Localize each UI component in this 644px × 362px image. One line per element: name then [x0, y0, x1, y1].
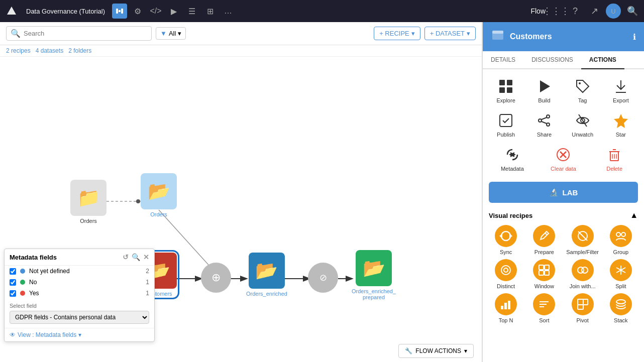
build-label: Build [538, 97, 550, 103]
metadata-refresh-icon[interactable]: ↺ [123, 253, 129, 261]
info-icon[interactable]: ℹ [633, 32, 636, 42]
clear-data-icon [554, 146, 572, 164]
metadata-title: Metadata fields [10, 254, 57, 261]
svg-marker-41 [499, 233, 502, 238]
node-orders-blue[interactable]: 📂 Orders [141, 173, 177, 217]
tab-actions[interactable]: ACTIONS [581, 51, 624, 69]
metadata-panel: Metadata fields ↺ 🔍 ✕ Not yet defined 2 … [4, 249, 155, 342]
not-defined-checkbox[interactable] [10, 268, 16, 275]
add-dataset-button[interactable]: + DATASET ▾ [424, 27, 476, 40]
recipe-sample-filter[interactable]: Sample/Filter [566, 225, 600, 255]
svg-rect-18 [507, 87, 512, 93]
action-star[interactable]: Star [604, 109, 638, 140]
filter-button[interactable]: ▼ All ▾ [156, 27, 186, 40]
add-recipe-button[interactable]: + RECIPE ▾ [374, 27, 420, 40]
nav-search-icon[interactable]: 🔍 [625, 4, 640, 19]
filter-circle-icon: ⊘ [319, 272, 327, 283]
recipe-window[interactable]: Window [527, 259, 561, 289]
svg-marker-0 [7, 7, 16, 15]
dataset-header-icon [491, 28, 505, 45]
nav-analytics-icon[interactable]: ↗ [587, 4, 602, 19]
node-filter[interactable]: ⊘ [308, 263, 338, 293]
svg-point-20 [579, 82, 581, 84]
pivot-label: Pivot [576, 317, 588, 323]
field-select[interactable]: GDPR fields - Contains personal data [10, 311, 149, 324]
nav-flow-icon[interactable] [112, 4, 127, 19]
folders-link[interactable]: 2 folders [68, 47, 91, 54]
nav-run-icon[interactable]: ▶ [166, 4, 181, 19]
node-join[interactable]: ⊕ [201, 263, 231, 293]
recipes-link[interactable]: 2 recipes [6, 47, 31, 54]
metadata-search-icon[interactable]: 🔍 [132, 253, 140, 261]
recipe-pivot[interactable]: Pivot [566, 293, 600, 323]
not-defined-dot [20, 269, 25, 274]
nav-help-icon[interactable]: ? [568, 4, 583, 19]
flow-actions-label: FLOW ACTIONS [415, 347, 461, 354]
yes-checkbox[interactable] [10, 290, 16, 297]
nav-user-avatar[interactable]: U [606, 4, 621, 19]
stats-bar: 2 recipes 4 datasets 2 folders [0, 45, 482, 57]
view-bar[interactable]: 👁 View : Metadata fields ▾ [5, 328, 154, 341]
tab-details[interactable]: DETAILS [483, 51, 523, 69]
action-metadata[interactable]: Metadata [489, 144, 536, 174]
prepare-icon [533, 225, 555, 247]
collapse-icon[interactable]: ▲ [630, 211, 638, 220]
action-export[interactable]: Export [604, 75, 638, 105]
action-share[interactable]: Share [527, 109, 561, 140]
nav-jobs-icon[interactable]: ☰ [184, 4, 199, 19]
metadata-action-label: Metadata [501, 166, 524, 172]
node-orders-enriched-prepared[interactable]: 📂 Orders_enriched_prepared [352, 250, 396, 300]
svg-rect-17 [499, 87, 505, 93]
publish-icon [497, 111, 515, 130]
lab-button[interactable]: 🔬 LAB [489, 182, 638, 203]
visual-recipes-title: Visual recipes [489, 212, 532, 219]
recipe-stack[interactable]: Stack [604, 293, 638, 323]
window-icon [533, 259, 555, 281]
recipe-topn[interactable]: Top N [489, 293, 523, 323]
node-orders-enriched[interactable]: 📂 Orders_enriched [246, 253, 287, 297]
recipe-prepare[interactable]: Prepare [527, 225, 561, 255]
recipe-join[interactable]: Join with... [566, 259, 600, 289]
nav-grid-icon[interactable]: ⋮⋮⋮ [549, 4, 564, 19]
no-count: 1 [146, 279, 149, 286]
node-orders-blue-label: Orders [150, 211, 167, 217]
star-icon [612, 111, 630, 130]
search-input[interactable] [24, 30, 147, 37]
metadata-close-icon[interactable]: ✕ [143, 253, 149, 261]
action-tag[interactable]: Tag [566, 75, 600, 105]
action-publish[interactable]: Publish [489, 109, 523, 140]
svg-line-42 [545, 233, 547, 235]
no-checkbox[interactable] [10, 279, 16, 286]
nav-code-icon[interactable]: </> [148, 4, 163, 19]
view-dropdown-icon: ▾ [78, 331, 81, 338]
yes-dot [20, 291, 25, 296]
action-delete[interactable]: Delete [591, 144, 638, 174]
recipe-sync[interactable]: Sync [489, 225, 523, 255]
svg-rect-22 [500, 114, 512, 127]
recipe-distinct[interactable]: Distinct [489, 259, 523, 289]
build-icon [535, 77, 553, 95]
action-clear-data[interactable]: Clear data [540, 144, 587, 174]
explore-label: Explore [496, 97, 515, 103]
right-panel-title: Customers [510, 32, 633, 41]
flow-actions-button[interactable]: 🔧 FLOW ACTIONS ▾ [398, 344, 474, 358]
window-label: Window [534, 283, 554, 289]
tab-discussions[interactable]: DISCUSSIONS [523, 51, 581, 69]
folder-enriched-icon: 📂 [255, 260, 278, 281]
recipe-group[interactable]: Group [604, 225, 638, 255]
action-build[interactable]: Build [527, 75, 561, 105]
nav-more-icon[interactable]: … [221, 4, 236, 19]
action-unwatch[interactable]: Unwatch [566, 109, 600, 140]
nav-dashboard-icon[interactable]: ⊞ [202, 4, 218, 19]
action-explore[interactable]: Explore [489, 75, 523, 105]
recipe-sort[interactable]: Sort [527, 293, 561, 323]
datasets-link[interactable]: 4 datasets [36, 47, 63, 54]
nav-settings-icon[interactable]: ⚙ [130, 4, 145, 19]
filter-dropdown-icon: ▾ [178, 30, 181, 37]
node-orders-gray[interactable]: 📁 Orders [70, 180, 106, 224]
svg-point-54 [582, 267, 588, 273]
app-logo-icon[interactable] [4, 4, 19, 19]
recipe-dropdown-icon: ▾ [411, 30, 415, 37]
recipe-split[interactable]: Split [604, 259, 638, 289]
sync-icon [495, 225, 517, 247]
